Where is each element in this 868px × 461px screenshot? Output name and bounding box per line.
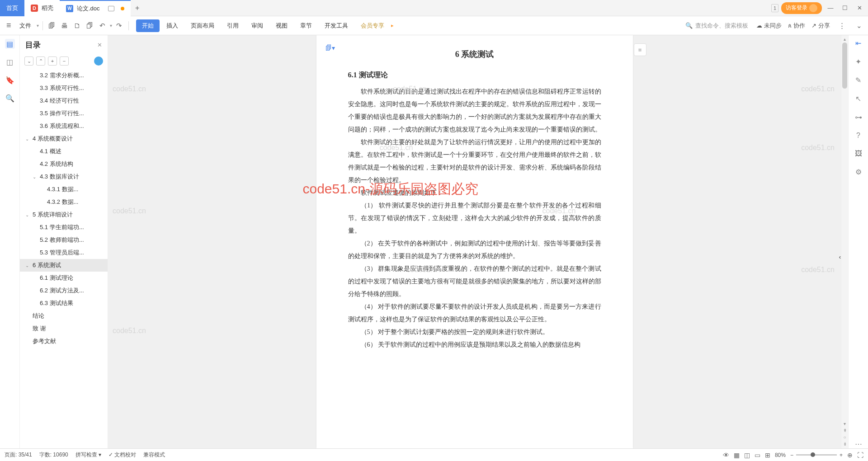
expand-icon[interactable]: ⇤ [855, 39, 861, 47]
file-menu[interactable]: 文件 [16, 22, 35, 30]
page-options-icon[interactable]: ≡ [634, 43, 646, 56]
layout4-icon[interactable]: ⊞ [765, 452, 770, 459]
chevron-down-icon[interactable]: ⌄ [25, 136, 31, 141]
outline-icon[interactable]: ▤ [5, 39, 15, 49]
expand-all-button[interactable]: ⌃ [36, 56, 45, 66]
ribbon-tab-review[interactable]: 审阅 [245, 19, 269, 32]
chevron-down-icon[interactable]: ⌄ [25, 212, 31, 217]
toc-item[interactable]: 5.2 教师前端功... [20, 234, 108, 246]
preview-icon[interactable]: 🗋 [72, 20, 83, 31]
sync-status[interactable]: ☁未同步 [756, 22, 782, 30]
toc-item[interactable]: 4.3.2 数据... [20, 196, 108, 208]
minimize-button[interactable]: — [825, 2, 836, 14]
toc-item[interactable]: 6.3 测试结果 [20, 297, 108, 310]
eye-icon[interactable]: 👁 [723, 452, 729, 459]
document-page[interactable]: 🗐▾ ≡ 6 系统测试 6.1 测试理论 软件系统测试的目的是通过测试找出在程序… [316, 35, 633, 448]
image-tool-icon[interactable]: 🖼 [855, 150, 862, 158]
close-button[interactable]: ✕ [854, 2, 865, 14]
scroll-thumb[interactable] [842, 42, 847, 89]
toc-item[interactable]: ⌄5 系统详细设计 [20, 208, 108, 221]
bookmark-icon[interactable]: 🔖 [5, 75, 15, 85]
collapse-all-button[interactable]: ⌄ [24, 56, 33, 66]
select-icon[interactable]: ↖ [855, 94, 861, 103]
zoom-level[interactable]: 80% [775, 452, 786, 458]
toc-item[interactable]: 5.3 管理员后端... [20, 246, 108, 259]
zoom-slider[interactable]: − + [790, 452, 843, 458]
fullscreen-icon[interactable]: ⛶ [857, 452, 863, 459]
toc-item[interactable]: 5.1 学生前端功... [20, 221, 108, 234]
gear-icon[interactable]: ⚙ [855, 168, 862, 176]
collapse-right-icon[interactable]: ‹ [839, 254, 841, 260]
tab-shell[interactable]: D稻壳 [24, 0, 60, 16]
toc-item[interactable]: 3.3 系统可行性... [20, 82, 108, 94]
scroll-up-icon[interactable]: ▴ [841, 35, 848, 42]
tab-home[interactable]: 首页 [0, 0, 24, 16]
chevron-down-icon[interactable]: ⌄ [25, 263, 31, 268]
add-item-button[interactable]: + [48, 56, 57, 66]
toc-item[interactable]: 3.2 需求分析概... [20, 69, 108, 82]
toc-item[interactable]: 6.2 测试方法及... [20, 284, 108, 297]
command-search[interactable]: 🔍查找命令、搜索模板 [684, 22, 750, 30]
toc-item[interactable]: 4.1 概述 [20, 145, 108, 158]
new-tab-button[interactable]: + [131, 4, 144, 12]
layout1-icon[interactable]: ▦ [734, 452, 740, 459]
search-panel-icon[interactable]: 🔍 [5, 93, 15, 103]
zoom-knob[interactable] [811, 452, 815, 457]
tab-document[interactable]: W 论文.doc [60, 0, 131, 16]
ribbon-tab-member[interactable]: 会员专享 [355, 19, 390, 32]
layout3-icon[interactable]: ▭ [755, 452, 760, 459]
toc-item[interactable]: 结论 [20, 310, 108, 322]
box-icon[interactable]: ◫ [5, 57, 15, 67]
page-counter[interactable]: 页面: 35/41 [5, 451, 32, 459]
print-icon[interactable]: 🖶 [59, 20, 70, 31]
toc-item[interactable]: 3.4 经济可行性 [20, 94, 108, 107]
zoom-in-icon[interactable]: + [840, 452, 843, 458]
toc-item[interactable]: ⌄6 系统测试 [20, 259, 108, 272]
ribbon-tab-layout[interactable]: 页面布局 [185, 19, 220, 32]
edit-icon[interactable]: ✎ [855, 76, 861, 85]
word-count[interactable]: 字数: 10690 [39, 451, 68, 459]
spellcheck-toggle[interactable]: 拼写检查 ▾ [75, 451, 101, 459]
toc-item[interactable]: 4.2 系统结构 [20, 158, 108, 170]
browse-object-icon[interactable]: ○ [843, 435, 846, 440]
more-icon[interactable]: ⋮ [836, 20, 847, 31]
zoom-out-icon[interactable]: − [790, 452, 793, 458]
outline-settings-icon[interactable] [94, 56, 103, 66]
scrollbar[interactable]: ▴ ▾ ⇞ ○ ⇟ [841, 35, 848, 448]
undo-icon[interactable]: ↶ [97, 20, 108, 31]
ribbon-tab-insert[interactable]: 插入 [160, 19, 184, 32]
toc-item[interactable]: ⌄4.3 数据库设计 [20, 170, 108, 183]
toc-item[interactable]: 4.3.1 数据... [20, 183, 108, 196]
toc-item[interactable]: 6.1 测试理论 [20, 272, 108, 284]
close-outline-icon[interactable]: ✕ [97, 42, 102, 48]
chevron-down-icon[interactable]: ⌄ [33, 174, 38, 179]
fit-icon[interactable]: ⊕ [847, 452, 853, 459]
layout2-icon[interactable]: ◫ [744, 452, 750, 459]
guest-login-button[interactable]: 访客登录 [781, 2, 822, 14]
ribbon-tab-devtools[interactable]: 开发工具 [319, 19, 354, 32]
prev-page-icon[interactable]: ⇞ [843, 428, 847, 433]
ribbon-tab-chapter[interactable]: 章节 [294, 19, 318, 32]
settings-icon[interactable]: ⊶ [855, 113, 862, 122]
ribbon-tab-reference[interactable]: 引用 [221, 19, 245, 32]
maximize-button[interactable]: ☐ [839, 2, 851, 14]
share-button[interactable]: ↗分享 [811, 22, 830, 30]
toc-item[interactable]: 3.6 系统流程和... [20, 120, 108, 132]
collab-button[interactable]: ጰ协作 [788, 22, 805, 30]
style-icon[interactable]: ✦ [855, 57, 861, 66]
hamburger-icon[interactable]: ≡ [4, 21, 14, 30]
save-icon[interactable]: 🗐 [47, 20, 57, 31]
toc-item[interactable]: 3.5 操作可行性... [20, 107, 108, 120]
help-icon[interactable]: ? [856, 132, 860, 140]
ribbon-tab-view[interactable]: 视图 [270, 19, 293, 32]
scroll-down-icon[interactable]: ▾ [844, 421, 846, 426]
cut-icon[interactable]: 🗍 [85, 20, 95, 31]
toc-item[interactable]: 参考文献 [20, 335, 108, 348]
compat-mode[interactable]: 兼容模式 [143, 451, 165, 459]
next-page-icon[interactable]: ⇟ [843, 442, 847, 447]
more-tools-icon[interactable]: ⋯ [855, 440, 862, 448]
collapse-ribbon-icon[interactable]: ⌄ [854, 20, 864, 31]
toc-item[interactable]: ⌄4 系统概要设计 [20, 132, 108, 145]
remove-item-button[interactable]: − [60, 56, 69, 66]
ribbon-tab-start[interactable]: 开始 [136, 19, 160, 32]
